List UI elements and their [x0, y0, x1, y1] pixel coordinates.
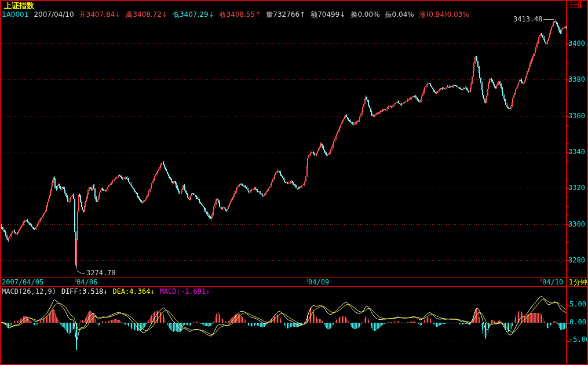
quote-bar: 1A0001 2007/04/10 开3407.84↓高3408.72↓低340…: [2, 11, 469, 19]
stock-code: 1A0001: [2, 11, 28, 19]
date-label-0405: 2007/04/05: [2, 279, 43, 286]
macd-axis-label-zero: 0.00: [569, 319, 586, 326]
price-axis-label-3380: 3380.00: [568, 76, 588, 83]
price-axis-label-3320: 3320.00: [568, 184, 588, 191]
price-macd-chart-canvas[interactable]: [0, 0, 588, 365]
macd-indicator-label: MACD(26,12,9): [2, 288, 56, 295]
quote-date: 2007/04/10: [34, 11, 74, 19]
quote-field: 额70499↓: [311, 11, 345, 19]
high-price-callout: 3413.48: [513, 16, 542, 23]
date-label-0406: 04/06: [76, 279, 97, 286]
price-axis-label-3280: 3280.00: [568, 257, 588, 264]
macd-diff-value: DIFF:3.518↓: [61, 288, 107, 295]
quote-field: 涨(0.94)0.03%: [419, 11, 469, 19]
macd-macd-value: MACD:-1.691↓: [160, 288, 210, 295]
quote-field: 量732766↑: [266, 11, 305, 19]
price-axis-label-3300: 3300.00: [568, 221, 588, 228]
quote-fields: 开3407.84↓高3408.72↓低3407.29↓收3408.55↑量732…: [79, 11, 469, 19]
macd-dea-value: DEA:4.364↓: [112, 288, 154, 295]
macd-header: MACD(26,12,9) DIFF:3.518↓ DEA:4.364↓ MAC…: [2, 288, 210, 295]
macd-axis-label-pos5: 5.00: [569, 301, 586, 308]
quote-field: 开3407.84↓: [79, 11, 121, 19]
price-axis-label-3340: 3340.00: [568, 148, 588, 155]
index-title: 上证指数: [4, 2, 34, 10]
split-window-icon-divider: [571, 4, 578, 5]
date-label-0409: 04/09: [308, 279, 329, 286]
quote-field: 低3407.29↓: [173, 11, 214, 19]
quote-field: 高3408.72↓: [126, 11, 167, 19]
trading-terminal-window: 上证指数 1A0001 2007/04/10 开3407.84↓高3408.72…: [0, 0, 588, 365]
quote-field: 收3408.55↑: [220, 11, 261, 19]
period-label[interactable]: 1分钟: [569, 279, 587, 286]
split-window-icon-bar: [580, 1, 581, 8]
price-axis-label-3360: 3360.00: [568, 112, 588, 119]
low-price-callout: 3274.70: [86, 269, 116, 276]
price-axis-label-3400: 3400.00: [568, 40, 588, 47]
date-label-0410: 04/10: [542, 279, 563, 286]
quote-field: 振0.04%: [385, 11, 414, 19]
macd-axis-label-neg5: -5.00: [569, 336, 586, 343]
quote-field: 换0.00%: [350, 11, 379, 19]
split-window-icon[interactable]: [571, 2, 579, 8]
